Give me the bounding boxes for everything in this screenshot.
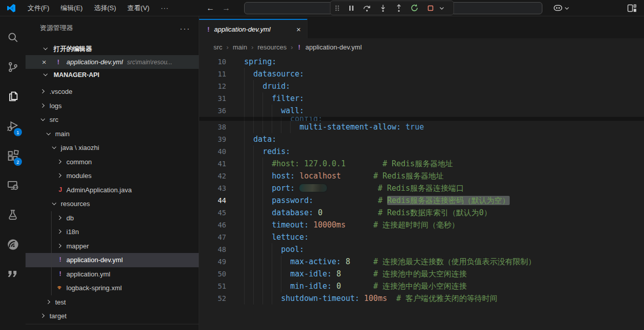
copilot-dropdown-icon <box>564 6 569 11</box>
code-line-44[interactable]: 44 password: # Redis服务器连接密码（默认为空） <box>199 194 644 207</box>
line-number: 48 <box>199 243 226 256</box>
yml-file-icon: ! <box>56 256 64 263</box>
customize-layout-icon[interactable] <box>627 3 637 13</box>
code-line-48[interactable]: 48 pool: <box>199 243 644 256</box>
tree-item-label: src <box>50 116 58 123</box>
code-text: multi-statement-allow: true <box>244 121 424 133</box>
line-number: 50 <box>199 268 226 280</box>
debug-restart-icon[interactable] <box>408 3 421 14</box>
code-line-52[interactable]: 52 shutdown-timeout: 100ms # 客户端优雅关闭的等待时… <box>199 292 644 304</box>
tree-item--vscode[interactable]: .vscode <box>26 85 199 99</box>
tree-item-label: logs <box>50 102 62 110</box>
title-bar: 文件(F) 编辑(E) 选择(S) 查看(V) ··· ← → <box>0 0 644 16</box>
code-line-38[interactable]: 38 multi-statement-allow: true <box>199 121 644 133</box>
tree-item-test[interactable]: test <box>26 295 199 310</box>
activity-explorer-icon[interactable] <box>0 82 26 111</box>
copilot-button[interactable] <box>553 3 569 13</box>
line-number: 47 <box>199 231 226 243</box>
debug-stop-icon[interactable] <box>423 3 437 14</box>
debug-step-into-icon[interactable] <box>376 3 390 14</box>
nav-back-icon[interactable]: ← <box>206 4 214 13</box>
debug-step-out-icon[interactable] <box>392 3 406 14</box>
activity-search-icon[interactable] <box>0 22 26 52</box>
breadcrumb-file[interactable]: application-dev.yml <box>305 43 362 51</box>
debug-toolbar-drag-handle[interactable] <box>334 4 342 12</box>
breadcrumb-resources[interactable]: resources <box>257 43 287 51</box>
tree-item-main[interactable]: main <box>26 127 199 141</box>
chevron-right-icon <box>56 158 64 166</box>
line-number: 43 <box>199 182 226 194</box>
tree-item-common[interactable]: common <box>26 155 199 169</box>
code-line-12[interactable]: 12 druid: <box>199 80 644 92</box>
tree-item-src[interactable]: src <box>26 113 199 127</box>
code-line-49[interactable]: 49 max-active: 8 # 连接池最大连接数（使用负值表示没有限制） <box>199 256 644 268</box>
code-line-51[interactable]: 51 min-idle: 0 # 连接池中的最小空闲连接 <box>199 280 644 292</box>
open-editors-header[interactable]: 打开的编辑器 <box>26 43 199 55</box>
tree-item-label: resources <box>61 200 90 208</box>
code-text: config: <box>244 117 323 121</box>
project-root-header[interactable]: MANAGER-API <box>26 69 199 81</box>
code-line-47[interactable]: 47 lettuce: <box>199 231 644 243</box>
code-line-42[interactable]: 42 host: localhost # Redis服务器地址 <box>199 170 644 182</box>
code-text: host: localhost # Redis服务器地址 <box>244 170 444 182</box>
chevron-down-icon <box>42 71 50 79</box>
tree-item-java-xiaozhi[interactable]: java \ xiaozhi <box>26 141 199 155</box>
code-line-11[interactable]: 11 datasource: <box>199 68 644 80</box>
outline-section-header[interactable]: 大纲 <box>26 324 199 330</box>
nav-forward-icon[interactable]: → <box>222 4 230 13</box>
activity-source-control-icon[interactable] <box>0 52 26 82</box>
code-line-43[interactable]: 43 port: # Redis服务器连接端口 <box>199 182 644 194</box>
breadcrumb-main[interactable]: main <box>233 43 247 51</box>
activity-testing-icon[interactable] <box>0 200 26 230</box>
code-text: datasource: <box>244 68 304 80</box>
debug-stop-dropdown-icon[interactable] <box>439 6 444 11</box>
activity-extensions-icon[interactable]: 2 <box>0 141 26 170</box>
tree-item-label: i18n <box>66 228 79 236</box>
code-line-41[interactable]: 41 #host: 127.0.0.1 # Redis服务器地址 <box>199 158 644 170</box>
tree-item-adminapplication-java[interactable]: JAdminApplication.java <box>26 183 199 197</box>
code-text: redis: <box>244 145 290 158</box>
code-line-36[interactable]: 36 wall: <box>199 105 644 117</box>
tab-application-dev-yml[interactable]: ! application-dev.yml × <box>199 19 307 38</box>
chevron-down-icon <box>51 144 59 152</box>
tree-item-label: AdminApplication.java <box>66 186 132 194</box>
code-line-37[interactable]: 37 config: <box>199 117 644 121</box>
code-line-10[interactable]: 10spring: <box>199 56 644 68</box>
tree-item-label: modules <box>66 172 91 180</box>
close-editor-icon[interactable]: × <box>42 58 46 66</box>
sidebar-more-actions[interactable]: ··· <box>180 24 190 33</box>
code-text: #host: 127.0.0.1 # Redis服务器地址 <box>244 158 453 170</box>
code-line-46[interactable]: 46 timeout: 10000ms # 连接超时时间（毫秒） <box>199 219 644 231</box>
menu-file[interactable]: 文件(F) <box>22 4 55 13</box>
debug-toolbar <box>330 1 454 15</box>
menu-edit[interactable]: 编辑(E) <box>55 4 88 13</box>
open-editor-application-dev-yml[interactable]: × ! application-dev.yml src\main\resou..… <box>26 55 199 69</box>
tab-close-icon[interactable]: × <box>296 25 301 34</box>
tree-item-modules[interactable]: modules <box>26 169 199 183</box>
code-text: timeout: 10000ms # 连接超时时间（毫秒） <box>244 219 459 231</box>
activity-run-debug-icon[interactable]: 1 <box>0 111 26 141</box>
activity-comments-icon[interactable] <box>0 259 26 289</box>
code-line-40[interactable]: 40 redis: <box>199 145 644 158</box>
code-line-31[interactable]: 31 filter: <box>199 92 644 105</box>
breadcrumb-src[interactable]: src <box>213 43 222 51</box>
tree-item-resources[interactable]: resources <box>26 197 199 211</box>
debug-pause-icon[interactable] <box>344 3 358 14</box>
line-number: 42 <box>199 170 226 182</box>
activity-espressif-icon[interactable] <box>0 230 26 259</box>
java-file-icon: J <box>56 186 64 193</box>
chevron-right-icon <box>45 298 53 307</box>
tree-item-target[interactable]: target <box>26 309 199 323</box>
tree-item-logs[interactable]: logs <box>26 99 199 113</box>
activity-remote-explorer-icon[interactable] <box>0 170 26 200</box>
line-number: 36 <box>199 105 226 117</box>
menu-view[interactable]: 查看(V) <box>122 4 155 13</box>
menu-more[interactable]: ··· <box>155 4 175 12</box>
chevron-down-icon <box>45 130 53 138</box>
code-line-39[interactable]: 39 data: <box>199 133 644 145</box>
code-line-50[interactable]: 50 max-idle: 8 # 连接池中的最大空闲连接 <box>199 268 644 280</box>
chevron-right-icon <box>39 312 47 320</box>
code-line-45[interactable]: 45 database: 0 # Redis数据库索引（默认为0） <box>199 207 644 219</box>
menu-selection[interactable]: 选择(S) <box>88 4 122 13</box>
debug-step-over-icon[interactable] <box>360 3 374 14</box>
